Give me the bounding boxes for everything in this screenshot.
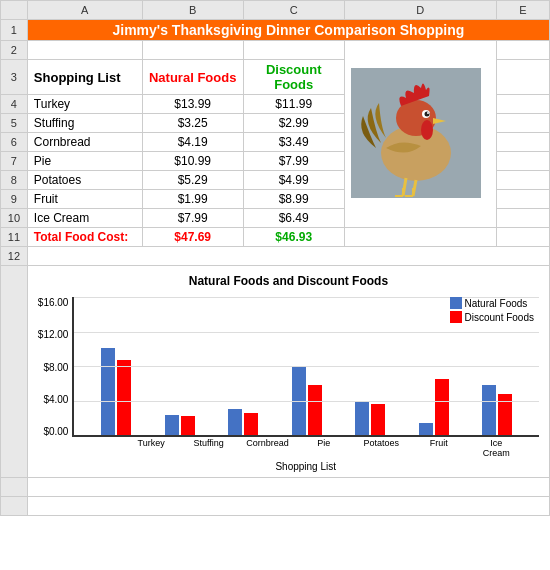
bar-group-turkey bbox=[101, 348, 131, 435]
chart-container: Natural Foods and Discount Foods $16.00 … bbox=[28, 266, 549, 477]
y-label-1: $0.00 bbox=[43, 426, 68, 437]
pie-natural: $10.99 bbox=[142, 152, 243, 171]
spreadsheet: A B C D E 1 Jimmy's Thanksgiving Dinner … bbox=[0, 0, 550, 516]
y-label-5: $16.00 bbox=[38, 297, 69, 308]
icecream-discount: $6.49 bbox=[243, 209, 344, 228]
chart-cell: Natural Foods and Discount Foods $16.00 … bbox=[27, 266, 549, 478]
x-label-fruit: Fruit bbox=[419, 439, 459, 459]
rooster-image bbox=[351, 68, 481, 198]
row-num-chart bbox=[1, 266, 28, 478]
row-num-6: 6 bbox=[1, 133, 28, 152]
empty-2e bbox=[344, 41, 496, 228]
bar-group-pie bbox=[292, 366, 322, 435]
y-label-3: $8.00 bbox=[43, 362, 68, 373]
col-header-d: D bbox=[344, 1, 496, 20]
bar-natural-potatoes bbox=[355, 402, 369, 435]
legend-discount: Discount Foods bbox=[450, 311, 534, 323]
corner-cell bbox=[1, 1, 28, 20]
stuffing-natural: $3.25 bbox=[142, 114, 243, 133]
bar-natural-fruit bbox=[419, 423, 433, 435]
bar-discount-turkey bbox=[117, 360, 131, 435]
row-num-12: 12 bbox=[1, 247, 28, 266]
bar-discount-cornbread bbox=[244, 413, 258, 435]
empty-11f bbox=[496, 228, 549, 247]
row-12: 12 bbox=[1, 247, 550, 266]
y-axis: $16.00 $12.00 $8.00 $4.00 $0.00 bbox=[38, 297, 73, 437]
item-stuffing: Stuffing bbox=[27, 114, 142, 133]
bar-natural-ice cream bbox=[482, 385, 496, 435]
empty-7f bbox=[496, 152, 549, 171]
icecream-natural: $7.99 bbox=[142, 209, 243, 228]
potatoes-discount: $4.99 bbox=[243, 171, 344, 190]
turkey-discount: $11.99 bbox=[243, 95, 344, 114]
empty-2c bbox=[142, 41, 243, 60]
bar-natural-cornbread bbox=[228, 409, 242, 435]
y-label-4: $12.00 bbox=[38, 329, 69, 340]
chart-title: Natural Foods and Discount Foods bbox=[38, 274, 539, 288]
title-cell: Jimmy's Thanksgiving Dinner Comparison S… bbox=[27, 20, 549, 41]
row-num-10: 10 bbox=[1, 209, 28, 228]
item-potatoes: Potatoes bbox=[27, 171, 142, 190]
row-num-2: 2 bbox=[1, 41, 28, 60]
row-2: 2 bbox=[1, 41, 550, 60]
bar-group-stuffing bbox=[165, 415, 195, 435]
column-headers: A B C D E bbox=[1, 1, 550, 20]
row-empty-2 bbox=[1, 496, 550, 515]
row-num-11: 11 bbox=[1, 228, 28, 247]
potatoes-natural: $5.29 bbox=[142, 171, 243, 190]
stuffing-discount: $2.99 bbox=[243, 114, 344, 133]
row-num-5: 5 bbox=[1, 114, 28, 133]
row-num-4: 4 bbox=[1, 95, 28, 114]
empty-8f bbox=[496, 171, 549, 190]
pie-discount: $7.99 bbox=[243, 152, 344, 171]
bar-group-fruit bbox=[419, 379, 449, 435]
legend-natural-label: Natural Foods bbox=[465, 298, 528, 309]
legend-natural: Natural Foods bbox=[450, 297, 534, 309]
empty-12 bbox=[27, 247, 549, 266]
bar-natural-pie bbox=[292, 366, 306, 435]
bar-discount-pie bbox=[308, 385, 322, 435]
discount-foods-header: Discount Foods bbox=[243, 60, 344, 95]
x-labels: TurkeyStuffingCornbreadPiePotatoesFruitI… bbox=[72, 437, 539, 459]
fruit-natural: $1.99 bbox=[142, 190, 243, 209]
row-num-7: 7 bbox=[1, 152, 28, 171]
empty-4f bbox=[496, 95, 549, 114]
col-header-e: E bbox=[496, 1, 549, 20]
svg-point-6 bbox=[424, 111, 429, 116]
col-header-a: A bbox=[27, 1, 142, 20]
x-label-turkey: Turkey bbox=[131, 439, 171, 459]
item-pie: Pie bbox=[27, 152, 142, 171]
x-label-ice cream: Ice Cream bbox=[476, 439, 516, 459]
empty-2d bbox=[243, 41, 344, 60]
bar-group-cornbread bbox=[228, 409, 258, 435]
y-label-2: $4.00 bbox=[43, 394, 68, 405]
bar-discount-potatoes bbox=[371, 404, 385, 435]
bar-discount-stuffing bbox=[181, 416, 195, 435]
bar-natural-stuffing bbox=[165, 415, 179, 435]
empty-10f bbox=[496, 209, 549, 228]
shopping-list-header: Shopping List bbox=[27, 60, 142, 95]
fruit-discount: $8.99 bbox=[243, 190, 344, 209]
x-axis-title: Shopping List bbox=[72, 461, 539, 472]
svg-point-7 bbox=[427, 112, 429, 114]
x-label-stuffing: Stuffing bbox=[189, 439, 229, 459]
natural-foods-header: Natural Foods bbox=[142, 60, 243, 95]
row-num-8: 8 bbox=[1, 171, 28, 190]
legend-natural-color bbox=[450, 297, 462, 309]
empty-2f bbox=[496, 41, 549, 60]
cornbread-natural: $4.19 bbox=[142, 133, 243, 152]
bar-group-ice cream bbox=[482, 385, 512, 435]
empty-3f bbox=[496, 60, 549, 95]
empty-5f bbox=[496, 114, 549, 133]
item-cornbread: Cornbread bbox=[27, 133, 142, 152]
total-label: Total Food Cost: bbox=[27, 228, 142, 247]
row-empty-1 bbox=[1, 477, 550, 496]
svg-point-8 bbox=[421, 120, 433, 140]
item-icecream: Ice Cream bbox=[27, 209, 142, 228]
total-discount: $46.93 bbox=[243, 228, 344, 247]
bar-discount-fruit bbox=[435, 379, 449, 435]
legend-discount-label: Discount Foods bbox=[465, 312, 534, 323]
row-num-1: 1 bbox=[1, 20, 28, 41]
empty-6f bbox=[496, 133, 549, 152]
item-fruit: Fruit bbox=[27, 190, 142, 209]
